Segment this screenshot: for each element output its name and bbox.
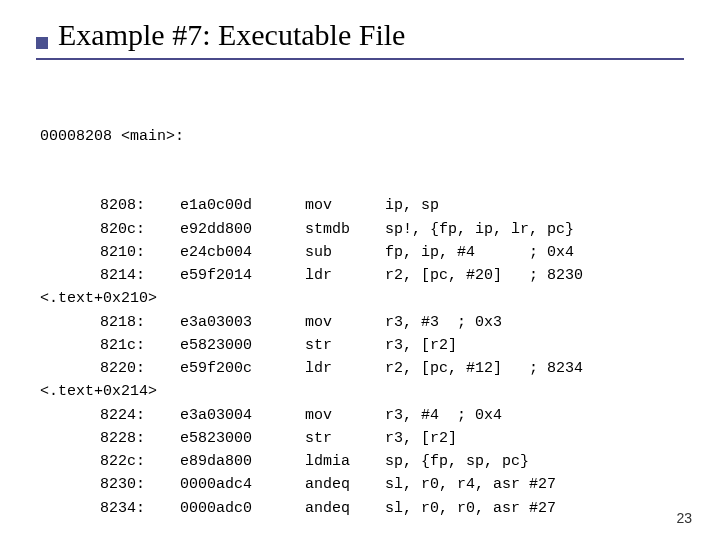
addr-cell: 820c: — [100, 218, 180, 241]
disasm-row: 820c:e92dd800stmdbsp!, {fp, ip, lr, pc} — [40, 218, 684, 241]
page-number: 23 — [676, 510, 692, 526]
hex-cell: 0000adc4 — [180, 473, 305, 496]
addr-cell: 8220: — [100, 357, 180, 380]
disasm-row: 8230:0000adc4andeqsl, r0, r4, asr #27 — [40, 473, 684, 496]
addr-cell: 8214: — [100, 264, 180, 287]
addr-cell: 822c: — [100, 450, 180, 473]
args-cell: ip, sp — [385, 194, 439, 217]
disasm-row: 8224:e3a03004movr3, #4 ; 0x4 — [40, 404, 684, 427]
addr-cell: 8228: — [100, 427, 180, 450]
title-bullet-icon — [36, 37, 48, 49]
hex-cell: e24cb004 — [180, 241, 305, 264]
disassembly-block: 00008208 <main>: 8208:e1a0c00dmovip, sp8… — [40, 78, 684, 540]
args-cell: r3, [r2] — [385, 427, 457, 450]
hex-cell: e92dd800 — [180, 218, 305, 241]
disasm-row: 8210:e24cb004subfp, ip, #4 ; 0x4 — [40, 241, 684, 264]
opcode-cell: mov — [305, 311, 385, 334]
addr-cell: 8208: — [100, 194, 180, 217]
args-cell: r3, #3 ; 0x3 — [385, 311, 502, 334]
disasm-row: 8218:e3a03003movr3, #3 ; 0x3 — [40, 311, 684, 334]
disasm-row: 821c:e5823000strr3, [r2] — [40, 334, 684, 357]
hex-cell: 0000adc0 — [180, 497, 305, 520]
hex-cell: e59f200c — [180, 357, 305, 380]
args-cell: sp, {fp, sp, pc} — [385, 450, 529, 473]
opcode-cell: andeq — [305, 473, 385, 496]
args-cell: sp!, {fp, ip, lr, pc} — [385, 218, 574, 241]
addr-cell: 8218: — [100, 311, 180, 334]
hex-cell: e3a03004 — [180, 404, 305, 427]
hex-cell: e3a03003 — [180, 311, 305, 334]
opcode-cell: stmdb — [305, 218, 385, 241]
opcode-cell: sub — [305, 241, 385, 264]
addr-cell: 8234: — [100, 497, 180, 520]
slide: Example #7: Executable File 00008208 <ma… — [0, 0, 720, 540]
args-cell: sl, r0, r4, asr #27 — [385, 473, 556, 496]
hex-cell: e5823000 — [180, 427, 305, 450]
args-cell: r2, [pc, #12] ; 8234 — [385, 357, 583, 380]
section-label: <.text+0x214> — [40, 380, 684, 403]
disasm-row: 822c:e89da800ldmiasp, {fp, sp, pc} — [40, 450, 684, 473]
hex-cell: e1a0c00d — [180, 194, 305, 217]
addr-cell: 8224: — [100, 404, 180, 427]
title-area: Example #7: Executable File — [36, 18, 684, 60]
hex-cell: e59f2014 — [180, 264, 305, 287]
args-cell: r3, [r2] — [385, 334, 457, 357]
opcode-cell: ldmia — [305, 450, 385, 473]
disasm-row: 8234:0000adc0andeqsl, r0, r0, asr #27 — [40, 497, 684, 520]
args-cell: fp, ip, #4 ; 0x4 — [385, 241, 574, 264]
opcode-cell: mov — [305, 194, 385, 217]
disasm-row: 8220:e59f200cldrr2, [pc, #12] ; 8234 — [40, 357, 684, 380]
addr-cell: 8230: — [100, 473, 180, 496]
disasm-row: 8228:e5823000strr3, [r2] — [40, 427, 684, 450]
opcode-cell: ldr — [305, 357, 385, 380]
args-cell: r3, #4 ; 0x4 — [385, 404, 502, 427]
hex-cell: e5823000 — [180, 334, 305, 357]
disasm-row: 8208:e1a0c00dmovip, sp — [40, 194, 684, 217]
slide-title: Example #7: Executable File — [58, 18, 405, 52]
opcode-cell: mov — [305, 404, 385, 427]
hex-cell: e89da800 — [180, 450, 305, 473]
addr-cell: 821c: — [100, 334, 180, 357]
opcode-cell: str — [305, 427, 385, 450]
opcode-cell: str — [305, 334, 385, 357]
section-label: <.text+0x210> — [40, 287, 684, 310]
opcode-cell: ldr — [305, 264, 385, 287]
addr-cell: 8210: — [100, 241, 180, 264]
args-cell: sl, r0, r0, asr #27 — [385, 497, 556, 520]
disasm-row: 8214:e59f2014ldrr2, [pc, #20] ; 8230 — [40, 264, 684, 287]
opcode-cell: andeq — [305, 497, 385, 520]
header-line: 00008208 <main>: — [40, 125, 684, 148]
args-cell: r2, [pc, #20] ; 8230 — [385, 264, 583, 287]
